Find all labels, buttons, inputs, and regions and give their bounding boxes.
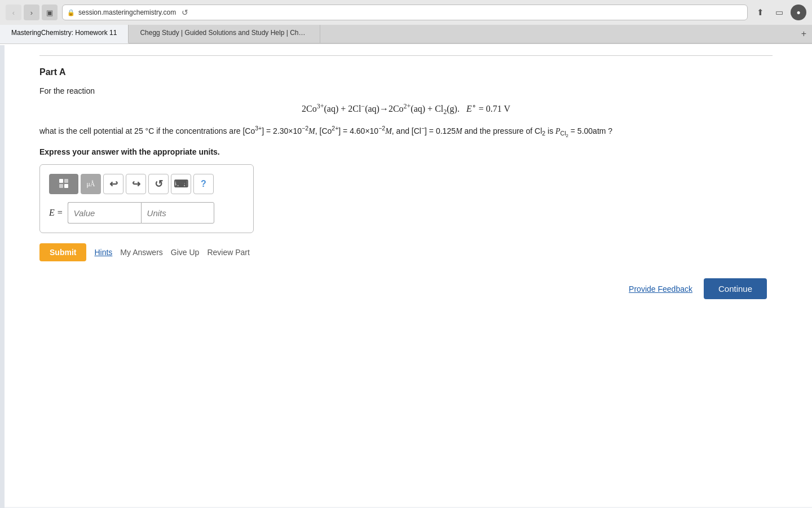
undo-icon: ↩ — [109, 178, 118, 190]
tabs-bar: MasteringChemistry: Homework 11 Chegg St… — [0, 25, 812, 43]
redo-button[interactable]: ↪ — [126, 174, 146, 194]
tab-mastering-chemistry[interactable]: MasteringChemistry: Homework 11 — [0, 25, 129, 43]
browser-action-buttons: ⬆ ▭ ● — [752, 5, 806, 20]
answer-container: μÅ ↩ ↪ ↺ ⌨ ? E = — [39, 164, 254, 233]
address-bar[interactable]: 🔒 session.masteringchemistry.com ↺ — [62, 5, 748, 20]
user-profile-button[interactable]: ● — [791, 5, 806, 20]
e-label: E = — [49, 208, 63, 218]
new-tab-button[interactable]: + — [796, 25, 812, 43]
refresh-button[interactable]: ↺ — [148, 174, 169, 194]
svg-rect-3 — [64, 184, 68, 188]
question-intro: For the reaction — [39, 86, 773, 95]
top-divider — [39, 55, 773, 56]
express-label: Express your answer with the appropriate… — [39, 147, 773, 156]
page-wrapper: Part A For the reaction 2Co3+(aq) + 2Cl−… — [0, 44, 812, 507]
refresh-icon: ↺ — [155, 178, 163, 190]
continue-button[interactable]: Continue — [704, 278, 767, 299]
input-toolbar: μÅ ↩ ↪ ↺ ⌨ ? — [49, 174, 244, 194]
submit-button[interactable]: Submit — [39, 243, 86, 261]
help-icon: ? — [201, 179, 206, 189]
sidebar-button[interactable]: ▣ — [42, 5, 58, 20]
redo-icon: ↪ — [132, 178, 140, 190]
browser-toolbar: ‹ › ▣ 🔒 session.masteringchemistry.com ↺… — [0, 0, 812, 25]
keyboard-icon: ⌨ — [174, 178, 188, 190]
svg-rect-2 — [59, 184, 63, 188]
browser-chrome: ‹ › ▣ 🔒 session.masteringchemistry.com ↺… — [0, 0, 812, 44]
svg-rect-1 — [64, 179, 68, 183]
units-input[interactable] — [141, 202, 214, 224]
hints-button[interactable]: Hints — [94, 248, 112, 257]
lock-icon: 🔒 — [67, 9, 75, 16]
input-row: E = — [49, 202, 244, 224]
nav-buttons: ‹ › ▣ — [6, 5, 58, 20]
part-label: Part A — [39, 67, 773, 77]
left-sidebar — [0, 45, 5, 507]
undo-button[interactable]: ↩ — [103, 174, 123, 194]
back-button[interactable]: ‹ — [6, 5, 21, 20]
question-body: what is the cell potential at 25 °C if t… — [39, 124, 773, 140]
mu-button[interactable]: μÅ — [81, 174, 101, 194]
svg-rect-0 — [59, 179, 63, 183]
review-part-button[interactable]: Review Part — [207, 248, 249, 257]
value-input[interactable] — [68, 202, 141, 224]
my-answers-button[interactable]: My Answers — [120, 248, 162, 257]
reading-mode-button[interactable]: ▭ — [771, 5, 787, 20]
share-button[interactable]: ⬆ — [752, 5, 768, 20]
reload-button[interactable]: ↺ — [182, 8, 188, 17]
matrix-button[interactable] — [49, 174, 78, 194]
content-area: Part A For the reaction 2Co3+(aq) + 2Cl−… — [17, 44, 795, 322]
equation-text: 2Co3+(aq) + 2Cl−(aq)→2Co2+(aq) + Cl2(g).… — [302, 104, 510, 113]
matrix-icon — [58, 178, 69, 191]
give-up-button[interactable]: Give Up — [171, 248, 200, 257]
forward-button[interactable]: › — [24, 5, 39, 20]
bottom-row: Provide Feedback Continue — [39, 278, 773, 299]
action-row: Submit Hints My Answers Give Up Review P… — [39, 243, 773, 261]
mu-icon: μÅ — [86, 180, 95, 189]
keyboard-button[interactable]: ⌨ — [171, 174, 191, 194]
equation-block: 2Co3+(aq) + 2Cl−(aq)→2Co2+(aq) + Cl2(g).… — [39, 102, 773, 117]
help-button[interactable]: ? — [193, 174, 214, 194]
tab-chegg[interactable]: Chegg Study | Guided Solutions and Study… — [129, 25, 320, 43]
provide-feedback-button[interactable]: Provide Feedback — [629, 284, 692, 294]
url-text: session.masteringchemistry.com — [78, 8, 176, 16]
